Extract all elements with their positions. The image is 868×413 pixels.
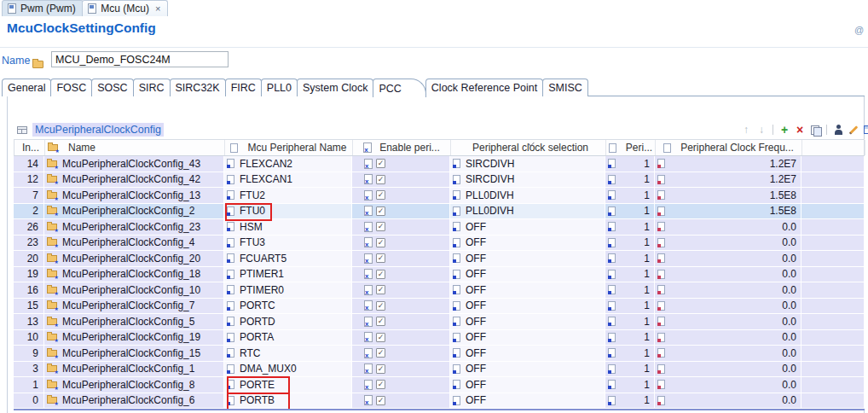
enable-checkbox[interactable]: ✓ <box>376 238 385 247</box>
cell-clock-selection[interactable]: OFF <box>450 299 605 315</box>
import-user-icon[interactable] <box>832 124 844 137</box>
enable-checkbox[interactable]: ✓ <box>376 301 385 311</box>
editor-tab[interactable]: Mcu (Mcu) × <box>82 0 168 16</box>
config-name-text: McuPeripheralClockConfig_13 <box>62 189 200 201</box>
clock-selection-text: OFF <box>466 236 486 248</box>
edit-pencil-icon[interactable] <box>848 124 859 137</box>
table-row[interactable]: 2 McuPeripheralClockConfig_2 FTU0 ✓ PLL0… <box>14 204 865 220</box>
enable-checkbox[interactable]: ✓ <box>376 364 385 374</box>
editor-tab[interactable]: Pwm (Pwm) <box>2 0 84 16</box>
table-row[interactable]: 16 McuPeripheralClockConfig_10 PTIMER0 ✓… <box>14 282 865 299</box>
enable-checkbox[interactable]: ✓ <box>376 190 385 200</box>
config-tab[interactable]: SIRC32K <box>170 79 226 96</box>
table-row[interactable]: 23 McuPeripheralClockConfig_4 FTU3 ✓ OFF… <box>14 236 865 252</box>
enable-checkbox[interactable]: ✓ <box>376 285 385 294</box>
cell-clock-selection[interactable]: OFF <box>450 267 605 283</box>
config-tab[interactable]: General <box>2 79 51 96</box>
column-header[interactable]: Name <box>45 140 225 155</box>
column-header[interactable]: In... <box>14 140 45 155</box>
table-row[interactable]: 13 McuPeripheralClockConfig_5 PORTD ✓ OF… <box>14 314 865 330</box>
config-tab[interactable]: SIRC <box>133 79 171 96</box>
cell-clock-selection[interactable]: SIRCDIVH <box>450 156 605 172</box>
cell-clock-selection[interactable]: OFF <box>450 330 605 346</box>
config-tab[interactable]: SOSC <box>91 79 133 96</box>
move-up-icon[interactable]: ↑ <box>740 124 752 137</box>
cell-index: 7 <box>14 188 44 204</box>
enable-checkbox[interactable]: ✓ <box>376 333 385 342</box>
table-row[interactable]: 7 McuPeripheralClockConfig_13 FTU2 ✓ PLL… <box>14 188 865 204</box>
move-down-icon[interactable]: ↓ <box>755 124 767 137</box>
cell-clock-selection[interactable]: PLL0DIVH <box>450 204 605 220</box>
excel-icon <box>364 348 373 358</box>
table-row[interactable]: 3 McuPeripheralClockConfig_1 DMA_MUX0 ✓ … <box>14 362 865 378</box>
enable-checkbox[interactable]: ✓ <box>376 380 385 389</box>
cell-peripheral-name: PTIMER0 <box>224 282 352 299</box>
table-body: 14 McuPeripheralClockConfig_43 FLEXCAN2 … <box>14 156 865 409</box>
column-header[interactable]: Enable peri... <box>353 140 451 155</box>
page-icon <box>453 380 460 389</box>
table-row[interactable]: 9 McuPeripheralClockConfig_15 RTC ✓ OFF … <box>14 346 865 362</box>
peri-value-text: 1 <box>644 363 650 375</box>
table-row[interactable]: 12 McuPeripheralClockConfig_42 FLEXCAN1 … <box>14 172 865 189</box>
annotation-red-box <box>225 203 272 221</box>
cell-clock-selection[interactable]: OFF <box>450 282 605 299</box>
cell-clock-selection[interactable]: SIRCDIVH <box>450 172 605 189</box>
cell-enable: ✓ <box>352 236 450 252</box>
delete-row-icon[interactable]: × <box>794 124 806 137</box>
folder-star-icon <box>47 397 57 404</box>
cell-frequency: 0.0 <box>655 267 801 283</box>
enable-checkbox[interactable]: ✓ <box>376 348 385 358</box>
enable-checkbox[interactable]: ✓ <box>376 317 385 326</box>
copy-icon[interactable] <box>809 124 821 137</box>
config-tab[interactable]: PCC <box>373 79 425 97</box>
column-header[interactable]: Mcu Peripheral Name <box>225 140 353 155</box>
add-row-icon[interactable]: + <box>778 124 790 137</box>
config-tab[interactable]: FOSC <box>50 79 92 96</box>
table-edit-icon[interactable] <box>863 124 868 137</box>
enable-checkbox[interactable]: ✓ <box>376 206 385 216</box>
column-header[interactable]: Peripheral clock selection <box>451 140 606 155</box>
table-row[interactable]: 15 McuPeripheralClockConfig_7 PORTC ✓ OF… <box>14 299 865 315</box>
table-row[interactable]: 0 McuPeripheralClockConfig_6 PORTB ✓ OFF… <box>14 393 865 410</box>
enable-checkbox[interactable]: ✓ <box>376 159 385 168</box>
config-tab[interactable]: PLL0 <box>261 79 298 96</box>
enable-checkbox[interactable]: ✓ <box>376 222 385 231</box>
cell-clock-selection[interactable]: OFF <box>450 314 605 330</box>
cell-clock-selection[interactable]: OFF <box>450 251 605 267</box>
column-header[interactable]: Peripheral Clock Frequ... <box>656 140 802 155</box>
section-title-link[interactable]: McuPeripheralClockConfig <box>32 123 164 137</box>
enable-checkbox[interactable]: ✓ <box>376 175 385 184</box>
name-input[interactable] <box>51 51 229 67</box>
table-row[interactable]: 1 McuPeripheralClockConfig_8 PORTE ✓ OFF… <box>14 377 865 393</box>
enable-checkbox[interactable]: ✓ <box>376 270 385 279</box>
page-icon <box>453 190 460 200</box>
config-tab[interactable]: FIRC <box>225 79 262 96</box>
cell-clock-selection[interactable]: OFF <box>450 236 605 252</box>
page-icon <box>453 396 460 405</box>
cell-clock-selection[interactable]: OFF <box>450 362 605 378</box>
config-tab[interactable]: SMISC <box>542 79 588 96</box>
peri-value-text: 1 <box>644 236 650 248</box>
cell-clock-selection[interactable]: OFF <box>450 346 605 362</box>
cell-clock-selection[interactable]: OFF <box>450 393 605 410</box>
folder-icon <box>48 144 58 151</box>
cell-clock-selection[interactable]: OFF <box>450 377 605 393</box>
at-icon[interactable]: @ <box>854 25 864 35</box>
table-row[interactable]: 10 McuPeripheralClockConfig_19 PORTA ✓ O… <box>14 330 865 346</box>
table-row[interactable]: 14 McuPeripheralClockConfig_43 FLEXCAN2 … <box>14 156 865 172</box>
cell-clock-selection[interactable]: OFF <box>450 219 605 236</box>
table-row[interactable]: 20 McuPeripheralClockConfig_20 FCUART5 ✓… <box>14 251 865 267</box>
enable-checkbox[interactable]: ✓ <box>376 396 385 405</box>
cell-peri-value: 1 <box>605 236 655 252</box>
enable-checkbox[interactable]: ✓ <box>376 253 385 263</box>
column-header[interactable]: Peri... <box>606 140 656 155</box>
frequency-text: 1.5E8 <box>770 205 796 217</box>
table-row[interactable]: 19 McuPeripheralClockConfig_18 PTIMER1 ✓… <box>14 267 865 283</box>
close-icon[interactable]: × <box>155 4 160 14</box>
table-row[interactable]: 26 McuPeripheralClockConfig_23 HSM ✓ OFF… <box>14 219 865 236</box>
cell-peri-value: 1 <box>605 156 655 172</box>
cell-clock-selection[interactable]: PLL0DIVH <box>450 188 605 204</box>
config-tab[interactable]: System Clock <box>297 79 373 96</box>
folder-star-icon <box>47 318 57 325</box>
config-tab[interactable]: Clock Reference Point <box>425 79 543 96</box>
